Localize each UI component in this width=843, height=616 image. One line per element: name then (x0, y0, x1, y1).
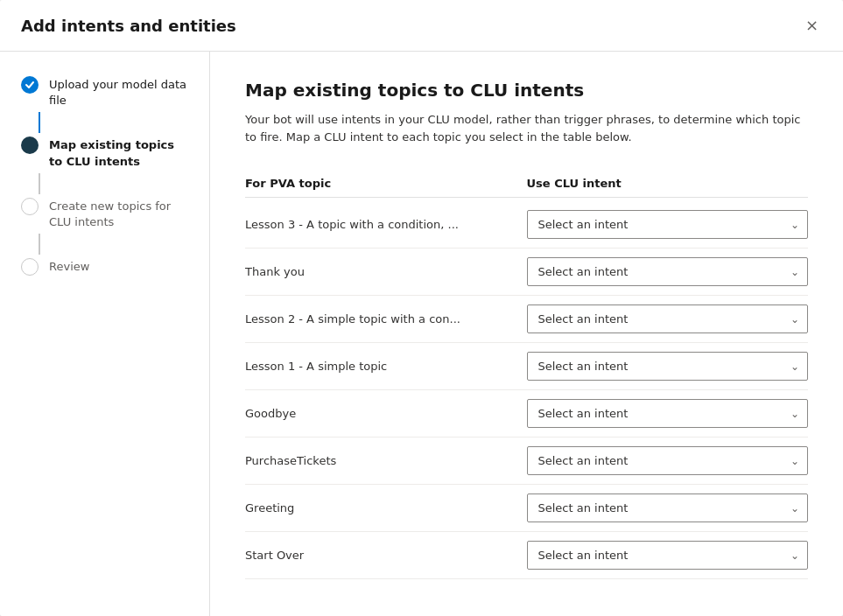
step-label-upload: Upload your model data file (49, 76, 188, 108)
table-header: For PVA topic Use CLU intent (245, 170, 808, 198)
table-row: Lesson 3 - A topic with a condition, ...… (245, 201, 808, 248)
topic-name-2: Lesson 2 - A simple topic with a con... (245, 312, 527, 326)
table-row: GreetingSelect an intent⌄ (245, 485, 808, 532)
connector-line-3 (39, 234, 40, 255)
modal-header: Add intents and entities × (0, 0, 843, 52)
step-label-map: Map existing topics to CLU intents (49, 136, 188, 169)
table-row: Lesson 1 - A simple topicSelect an inten… (245, 343, 808, 390)
step-circle-create (21, 198, 39, 215)
intent-dropdown-wrapper-3: Select an intent⌄ (527, 352, 809, 381)
intent-dropdown-wrapper-4: Select an intent⌄ (527, 399, 809, 428)
step-circle-upload (21, 76, 39, 94)
intent-dropdown-wrapper-1: Select an intent⌄ (527, 257, 809, 286)
step-review: Review (0, 255, 209, 279)
intent-dropdown-wrapper-6: Select an intent⌄ (527, 494, 809, 522)
connector-line-2 (39, 173, 40, 194)
column-header-pva: For PVA topic (245, 177, 527, 190)
step-map: Map existing topics to CLU intents (0, 133, 209, 172)
connector-1 (0, 112, 209, 133)
intent-dropdown-2[interactable]: Select an intent (527, 304, 809, 333)
close-button[interactable]: × (802, 14, 822, 37)
table-row: PurchaseTicketsSelect an intent⌄ (245, 438, 808, 485)
topic-name-7: Start Over (245, 549, 527, 562)
intent-dropdown-3[interactable]: Select an intent (527, 352, 809, 381)
intent-dropdown-1[interactable]: Select an intent (527, 257, 809, 286)
intent-dropdown-wrapper-7: Select an intent⌄ (527, 541, 809, 570)
intent-dropdown-wrapper-2: Select an intent⌄ (527, 304, 809, 333)
topic-name-4: Goodbye (245, 407, 527, 420)
section-description: Your bot will use intents in your CLU mo… (245, 111, 808, 145)
table-row: Start OverSelect an intent⌄ (245, 532, 808, 579)
add-intents-modal: Add intents and entities × Upload your m… (0, 0, 843, 616)
column-header-clu: Use CLU intent (527, 177, 809, 190)
connector-2 (0, 173, 209, 194)
topic-name-1: Thank you (245, 265, 527, 278)
modal-title: Add intents and entities (21, 17, 236, 35)
step-create: Create new topics for CLU intents (0, 194, 209, 234)
intent-dropdown-6[interactable]: Select an intent (527, 494, 809, 522)
sidebar: Upload your model data file Map existing… (0, 52, 210, 616)
step-circle-review (21, 258, 39, 276)
modal-body: Upload your model data file Map existing… (0, 52, 843, 616)
table-rows-container: Lesson 3 - A topic with a condition, ...… (245, 201, 808, 579)
step-label-create: Create new topics for CLU intents (49, 198, 188, 230)
intent-dropdown-7[interactable]: Select an intent (527, 541, 809, 570)
connector-line-1 (39, 112, 40, 133)
step-upload: Upload your model data file (0, 73, 209, 112)
page-title: Map existing topics to CLU intents (245, 80, 808, 101)
step-circle-map (21, 136, 39, 154)
topic-name-3: Lesson 1 - A simple topic (245, 360, 527, 373)
step-label-review: Review (49, 258, 89, 275)
table-row: Thank youSelect an intent⌄ (245, 248, 808, 296)
intent-dropdown-0[interactable]: Select an intent (527, 210, 809, 239)
table-row: Lesson 2 - A simple topic with a con...S… (245, 296, 808, 343)
mapping-table: For PVA topic Use CLU intent Lesson 3 - … (245, 170, 808, 579)
topic-name-6: Greeting (245, 501, 527, 514)
intent-dropdown-5[interactable]: Select an intent (527, 446, 809, 475)
intent-dropdown-wrapper-5: Select an intent⌄ (527, 446, 809, 475)
table-row: GoodbyeSelect an intent⌄ (245, 390, 808, 438)
connector-3 (0, 234, 209, 255)
topic-name-0: Lesson 3 - A topic with a condition, ... (245, 218, 527, 231)
topic-name-5: PurchaseTickets (245, 454, 527, 467)
intent-dropdown-4[interactable]: Select an intent (527, 399, 809, 428)
main-content: Map existing topics to CLU intents Your … (210, 52, 843, 616)
intent-dropdown-wrapper-0: Select an intent⌄ (527, 210, 809, 239)
